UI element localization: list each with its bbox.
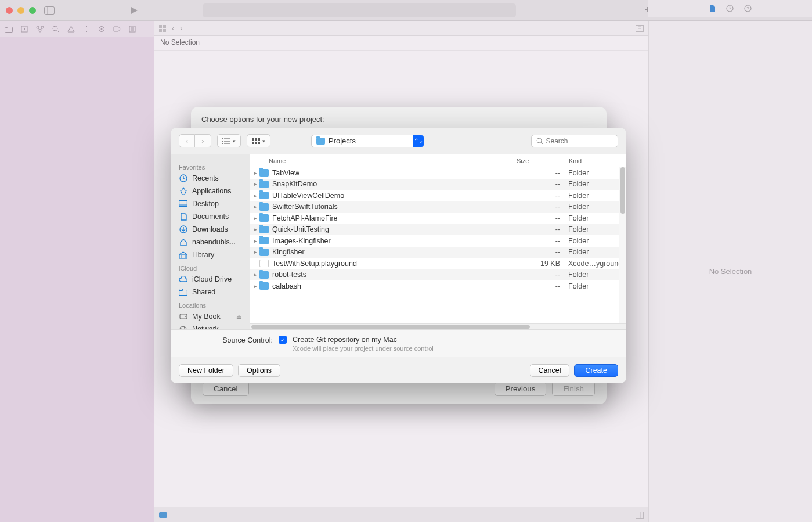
sidebar-toggle-icon[interactable] — [44, 6, 55, 15]
disclosure-icon[interactable]: ▸ — [251, 272, 259, 278]
sidebar-item-label: Shared — [192, 288, 215, 296]
disclosure-icon[interactable]: ▸ — [251, 170, 259, 176]
folder-icon — [259, 203, 269, 211]
svg-rect-39 — [252, 138, 254, 141]
symbols-icon[interactable] — [36, 26, 44, 33]
list-view-button[interactable]: ▾ — [217, 134, 241, 147]
group-button[interactable]: ▾ — [247, 134, 270, 147]
debug-icon[interactable] — [98, 26, 105, 33]
wizard-previous-button[interactable]: Previous — [495, 381, 547, 396]
sidebar-item-fav-6[interactable]: Library — [171, 249, 250, 261]
git-checkbox[interactable]: ✓ — [279, 336, 287, 344]
disclosure-icon[interactable]: ▸ — [251, 215, 259, 221]
disclosure-icon[interactable]: ▸ — [251, 204, 259, 210]
file-row[interactable]: ▸Kingfisher--Folder — [250, 247, 626, 258]
disclosure-icon[interactable]: ▸ — [251, 238, 259, 244]
source-control-icon[interactable] — [21, 26, 28, 33]
folder-icon[interactable] — [5, 26, 13, 33]
disk-icon — [179, 314, 187, 319]
breakpoints-icon[interactable] — [113, 26, 121, 32]
chevron-down-icon: ▾ — [233, 138, 236, 144]
forward-icon[interactable]: › — [180, 24, 182, 33]
search-field[interactable] — [531, 135, 618, 147]
activity-bar — [203, 3, 516, 17]
debug-toggle-icon[interactable] — [159, 512, 167, 518]
find-icon[interactable] — [52, 26, 59, 33]
tests-icon[interactable] — [83, 26, 90, 33]
file-inspector-icon[interactable] — [709, 5, 716, 13]
sidebar-item-loc-1[interactable]: Network — [171, 323, 250, 329]
file-list[interactable]: ▸TabView--Folder▸SnapKitDemo--Folder▸UIT… — [250, 167, 626, 323]
file-row[interactable]: ▸calabash--Folder — [250, 280, 626, 292]
file-row[interactable]: ▸Images-Kingfisher--Folder — [250, 235, 626, 247]
grid-icon[interactable] — [159, 25, 166, 32]
file-row[interactable]: ▸robot-tests--Folder — [250, 269, 626, 281]
vertical-scrollbar[interactable] — [619, 167, 626, 323]
reports-icon[interactable] — [129, 26, 136, 33]
sidebar-item-fav-4[interactable]: Downloads — [171, 223, 250, 236]
download-icon — [179, 225, 187, 233]
svg-rect-21 — [159, 25, 162, 28]
disclosure-icon[interactable]: ▸ — [251, 283, 259, 289]
sidebar-item-fav-3[interactable]: Documents — [171, 210, 250, 223]
folder-icon — [259, 249, 269, 256]
file-row[interactable]: ▸UITableViewCellDemo--Folder — [250, 190, 626, 201]
folder-icon — [259, 169, 269, 177]
search-input[interactable] — [546, 137, 613, 145]
sidebar-item-loc-0[interactable]: My Book⏏ — [171, 310, 250, 323]
filter-icon[interactable] — [636, 512, 644, 519]
file-name: Images-Kingfisher — [272, 237, 513, 245]
nav-back-button[interactable]: ‹ — [179, 134, 195, 147]
new-folder-button[interactable]: New Folder — [179, 364, 233, 377]
file-row[interactable]: ▸Quick-UnitTesting--Folder — [250, 224, 626, 236]
minimize-window-button[interactable] — [17, 7, 24, 14]
file-kind: Folder — [565, 282, 626, 290]
disclosure-icon[interactable]: ▸ — [251, 226, 259, 232]
disclosure-icon[interactable]: ▸ — [251, 193, 259, 199]
column-kind[interactable]: Kind — [565, 157, 626, 164]
eject-icon[interactable]: ⏏ — [236, 314, 241, 320]
disclosure-icon[interactable]: ▸ — [251, 181, 259, 187]
adjust-editor-icon[interactable] — [636, 25, 644, 32]
options-button[interactable]: Options — [238, 364, 280, 377]
cancel-button[interactable]: Cancel — [530, 364, 570, 377]
zoom-window-button[interactable] — [29, 7, 36, 14]
folder-icon — [316, 138, 325, 145]
back-icon[interactable]: ‹ — [172, 24, 174, 33]
column-headers[interactable]: Name Size Kind — [250, 154, 626, 167]
disclosure-icon[interactable]: ▸ — [251, 249, 259, 255]
file-kind: Xcode…yground — [565, 260, 626, 268]
folder-icon — [259, 181, 269, 188]
file-row[interactable]: TestWithSetup.playground19 KBXcode…ygrou… — [250, 258, 626, 269]
file-name: UITableViewCellDemo — [272, 192, 513, 200]
nav-forward-button[interactable]: › — [195, 134, 211, 147]
sidebar-item-fav-5[interactable]: nabendubis... — [171, 236, 250, 249]
sidebar-item-label: Desktop — [192, 200, 219, 208]
sidebar-item-fav-0[interactable]: Recents — [171, 172, 250, 185]
horizontal-scrollbar[interactable] — [250, 323, 626, 329]
column-name[interactable]: Name — [250, 157, 513, 164]
wizard-cancel-button[interactable]: Cancel — [203, 381, 249, 396]
file-row[interactable]: ▸SwifterSwiftTutorials--Folder — [250, 201, 626, 213]
sidebar-item-fav-2[interactable]: Desktop — [171, 197, 250, 210]
file-name: SnapKitDemo — [272, 180, 513, 188]
location-popup[interactable]: Projects ⌃⌄ — [311, 135, 424, 147]
nav-buttons: ‹ › — [179, 134, 211, 147]
favorites-header: Favorites — [171, 160, 250, 172]
column-size[interactable]: Size — [513, 157, 565, 164]
file-row[interactable]: ▸TabView--Folder — [250, 167, 626, 179]
sidebar-item-label: My Book — [192, 312, 221, 321]
sidebar-item-fav-1[interactable]: Applications — [171, 185, 250, 197]
close-window-button[interactable] — [6, 7, 13, 14]
sidebar-item-icloud-1[interactable]: Shared — [171, 286, 250, 298]
history-inspector-icon[interactable] — [726, 5, 734, 12]
wizard-finish-button[interactable]: Finish — [552, 381, 595, 396]
sidebar-item-icloud-0[interactable]: iCloud Drive — [171, 273, 250, 286]
run-icon[interactable] — [130, 6, 138, 15]
issues-icon[interactable] — [67, 26, 75, 33]
git-checkbox-label: Create Git repository on my Mac — [293, 336, 434, 344]
help-inspector-icon[interactable]: ? — [744, 5, 752, 12]
create-button[interactable]: Create — [574, 364, 618, 377]
file-row[interactable]: ▸FetchAPI-AlamoFire--Folder — [250, 213, 626, 224]
file-row[interactable]: ▸SnapKitDemo--Folder — [250, 179, 626, 190]
